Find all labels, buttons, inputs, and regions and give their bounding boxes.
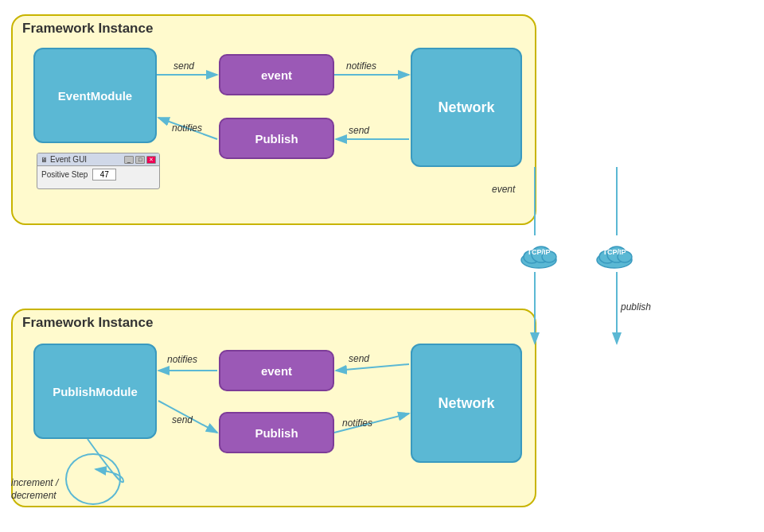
event-module-box: EventModule (33, 48, 157, 143)
top-network-box: Network (411, 48, 522, 167)
gui-titlebar: 🖥 Event GUI _ □ ✕ (37, 153, 159, 166)
gui-field-value: 47 (92, 169, 116, 181)
top-publish-box: Publish (219, 118, 334, 159)
bottom-framework-label: Framework Instance (22, 315, 153, 331)
tcpip-cloud-left: TCP/IP (517, 237, 560, 272)
gui-window: 🖥 Event GUI _ □ ✕ Positive Step 47 (37, 153, 160, 189)
close-btn[interactable]: ✕ (146, 156, 156, 164)
top-framework-label: Framework Instance (22, 21, 153, 37)
bottom-publish-box: Publish (219, 412, 334, 453)
bottom-event-box: event (219, 350, 334, 391)
tcpip-label-left: TCP/IP (527, 248, 550, 256)
increment-label: increment / decrement (11, 477, 58, 502)
maximize-btn[interactable]: □ (135, 156, 145, 164)
tcpip-label-right: TCP/IP (602, 248, 626, 256)
gui-title: Event GUI (50, 155, 87, 164)
publish-module-box: PublishModule (33, 344, 157, 439)
diagram-container: Framework Instance EventModule event Pub… (0, 0, 764, 532)
top-event-box: event (219, 54, 334, 95)
minimize-btn[interactable]: _ (124, 156, 134, 164)
tcpip-cloud-right: TCP/IP (593, 237, 636, 272)
svg-text:publish: publish (620, 301, 651, 313)
gui-field-label: Positive Step (41, 170, 88, 179)
bottom-network-box: Network (411, 344, 522, 463)
self-loop (65, 453, 121, 505)
